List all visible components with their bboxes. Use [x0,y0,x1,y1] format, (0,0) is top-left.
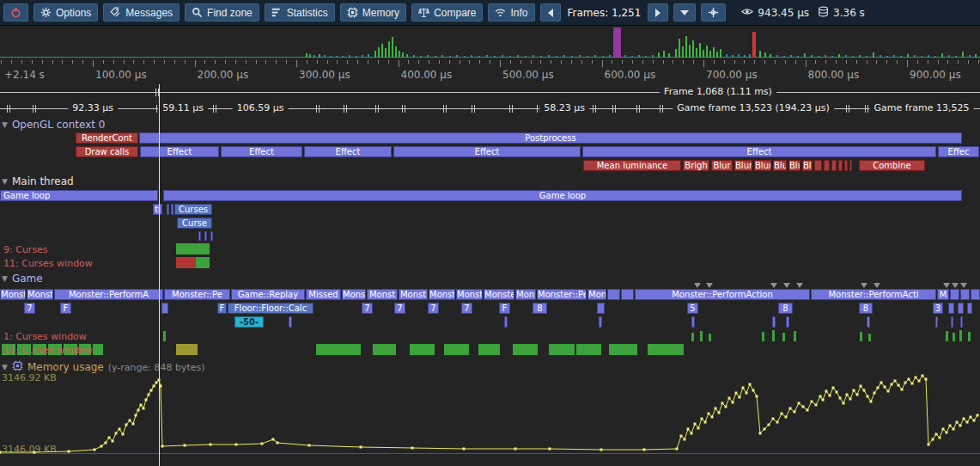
plot-label-11-curses-window-2[interactable]: 11: Curses window [3,345,93,356]
collapse-triangle-icon[interactable]: ▼ [2,362,8,373]
frame-label[interactable]: Game frame 13,525 [870,102,974,113]
zone-monst[interactable]: Monst [367,289,398,300]
zone-f[interactable]: F [60,303,71,314]
zone-monster-pe[interactable]: Monster::Pe [164,289,230,300]
zone[interactable] [597,303,605,314]
zone-7[interactable]: 7 [428,303,439,314]
zone-effect[interactable]: Effect [140,146,219,157]
zone[interactable] [935,316,938,328]
zone-blur[interactable]: Blur [788,160,800,171]
zone[interactable] [210,231,213,241]
zone-monste[interactable]: Monste [484,289,514,300]
frame-label[interactable]: Frame 1,068 (1.11 ms) [660,86,776,97]
zone-blur[interactable]: Blur [734,160,752,171]
zone[interactable] [198,231,201,241]
zone-mean-luminance[interactable]: Mean luminance [583,160,681,171]
zone-floor-floor-calc[interactable]: Floor::Floor::Calc [228,303,313,314]
zone-game-loop[interactable]: Game loop [163,190,962,201]
zone-7[interactable]: 7 [394,303,405,314]
messages-button[interactable]: Messages [103,3,180,21]
zone[interactable] [289,316,292,328]
power-button[interactable] [3,3,28,21]
zone[interactable] [814,160,822,171]
zone-f[interactable]: F [217,303,227,314]
zone[interactable] [824,160,830,171]
zone[interactable] [204,231,207,241]
find-zone-button[interactable]: Find zone [185,3,259,21]
zone[interactable] [171,204,173,215]
memory-button[interactable]: Memory [340,3,406,21]
zone-8[interactable]: 8 [533,303,547,314]
zone-effec[interactable]: Effec [938,146,979,157]
zone-monst[interactable]: Monst [342,289,366,300]
zone-effect[interactable]: Effect [304,146,392,157]
zone-7[interactable]: 7 [461,303,472,314]
zone-combine[interactable]: Combine [859,160,925,171]
zone-m[interactable]: M [937,289,949,300]
zone-ti[interactable]: ti [153,204,162,215]
collapse-triangle-icon[interactable]: ▼ [2,176,8,187]
selected-frame-highlight[interactable] [613,28,621,58]
zone-mons[interactable]: Mons [587,289,606,300]
frame-label[interactable]: 59.11 µs [158,102,208,113]
zone[interactable] [786,316,789,328]
zone[interactable] [950,289,959,300]
zone[interactable] [951,316,953,328]
plot-label-1-curses-window[interactable]: 1: Curses window [3,331,87,342]
zone-monster-performacti[interactable]: Monster::PerformActi [811,289,936,300]
plot-label-11-curses-window[interactable]: 11: Curses window [3,258,93,269]
zone-monst[interactable]: Monst [429,289,455,300]
zone-game-loop[interactable]: Game loop [0,190,158,201]
zone[interactable] [967,303,972,314]
zone-blur[interactable]: Blur [802,160,813,171]
zone[interactable] [838,160,843,171]
zone-7[interactable]: 7 [362,303,373,314]
zone-f[interactable]: F [499,303,510,314]
zone-7[interactable]: 7 [24,303,35,314]
zone-blur[interactable]: Blur [711,160,733,171]
zone-curses[interactable]: Curses [174,204,212,215]
zone-effect[interactable]: Effect [582,146,936,157]
zone[interactable] [691,316,695,328]
collapse-triangle-icon[interactable]: ▼ [2,273,8,285]
frame-label[interactable]: 92.33 µs [68,102,118,113]
zone[interactable] [960,289,970,300]
zoom-to-frame-button[interactable] [701,3,726,21]
zone[interactable] [960,316,963,328]
zone[interactable] [621,289,634,300]
compare-button[interactable]: Compare [411,3,483,21]
zone-mons[interactable]: Mons [515,289,536,300]
statistics-button[interactable]: Statistics [265,3,335,21]
track-header-opengl-context-0[interactable]: ▼OpenGL context 0 [2,120,105,131]
zone[interactable] [504,316,508,328]
options-button[interactable]: Options [33,3,98,21]
collapse-triangle-icon[interactable]: ▼ [2,120,8,131]
plot-label-9-curses[interactable]: 9: Curses [3,244,48,255]
zone-effect[interactable]: Effect [393,146,581,157]
zone-monste[interactable]: Monste [0,289,26,300]
frame-label[interactable]: 58.23 µs [539,102,589,113]
zone-blur[interactable]: Blur [754,160,771,171]
track-header-game[interactable]: ▼Game [2,273,43,285]
zone-monst[interactable]: Monst [399,289,428,300]
zone-monst[interactable]: Monst [456,289,483,300]
frame-label[interactable]: Game frame 13,523 (194.23 µs) [673,102,834,113]
zone[interactable] [167,204,169,215]
zone[interactable] [971,289,980,300]
zone-effect[interactable]: Effect [221,146,302,157]
zone-8[interactable]: 8 [778,303,793,314]
zone-game-replay[interactable]: Game::Replay [231,289,305,300]
zone-blur[interactable]: Blur [773,160,787,171]
zone-brigh[interactable]: Brigh [683,160,709,171]
zone-missed[interactable]: Missed [306,289,341,300]
zone-3[interactable]: 3 [933,303,943,314]
zone[interactable] [831,160,837,171]
zone-curse[interactable]: Curse [177,218,212,229]
zone-draw-calls[interactable]: Draw calls [76,146,138,157]
zone[interactable] [849,160,852,171]
zone[interactable] [772,316,776,328]
zone[interactable] [948,303,954,314]
zone-postprocess[interactable]: Postprocess [139,132,962,144]
zone-rendercont[interactable]: RenderCont [76,132,138,144]
zone-monster-performaction[interactable]: Monster::PerformAction [635,289,810,300]
